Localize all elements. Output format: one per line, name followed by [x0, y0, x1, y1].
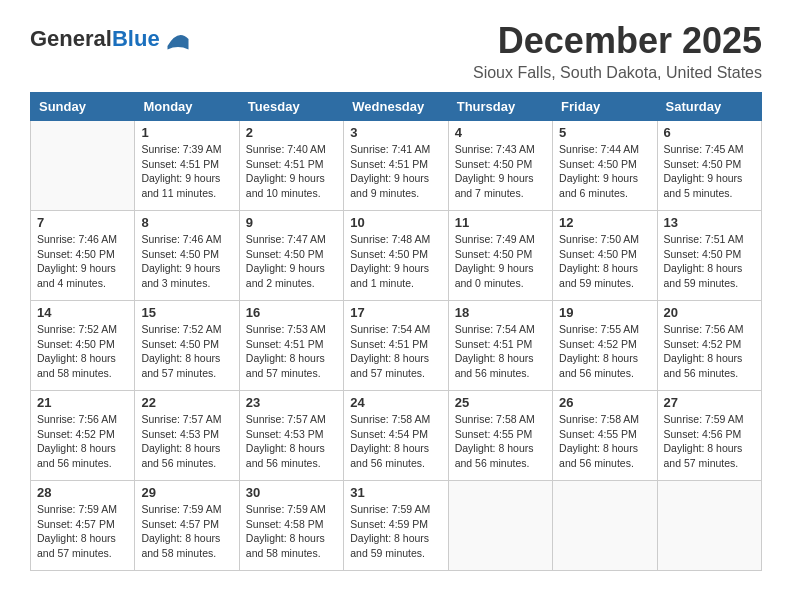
title-section: December 2025 Sioux Falls, South Dakota,… — [473, 20, 762, 82]
day-number: 11 — [455, 215, 546, 230]
day-number: 16 — [246, 305, 337, 320]
calendar-cell: 14Sunrise: 7:52 AM Sunset: 4:50 PM Dayli… — [31, 301, 135, 391]
calendar-cell: 26Sunrise: 7:58 AM Sunset: 4:55 PM Dayli… — [553, 391, 657, 481]
calendar-header-row: SundayMondayTuesdayWednesdayThursdayFrid… — [31, 93, 762, 121]
calendar-cell: 1Sunrise: 7:39 AM Sunset: 4:51 PM Daylig… — [135, 121, 239, 211]
calendar-cell: 3Sunrise: 7:41 AM Sunset: 4:51 PM Daylig… — [344, 121, 448, 211]
calendar-cell: 27Sunrise: 7:59 AM Sunset: 4:56 PM Dayli… — [657, 391, 761, 481]
day-number: 6 — [664, 125, 755, 140]
calendar-cell: 5Sunrise: 7:44 AM Sunset: 4:50 PM Daylig… — [553, 121, 657, 211]
calendar-day-header: Tuesday — [239, 93, 343, 121]
calendar-cell — [553, 481, 657, 571]
calendar-cell: 20Sunrise: 7:56 AM Sunset: 4:52 PM Dayli… — [657, 301, 761, 391]
calendar-cell: 23Sunrise: 7:57 AM Sunset: 4:53 PM Dayli… — [239, 391, 343, 481]
calendar-cell: 31Sunrise: 7:59 AM Sunset: 4:59 PM Dayli… — [344, 481, 448, 571]
day-info: Sunrise: 7:45 AM Sunset: 4:50 PM Dayligh… — [664, 142, 755, 201]
calendar-cell: 4Sunrise: 7:43 AM Sunset: 4:50 PM Daylig… — [448, 121, 552, 211]
calendar-cell: 6Sunrise: 7:45 AM Sunset: 4:50 PM Daylig… — [657, 121, 761, 211]
day-info: Sunrise: 7:40 AM Sunset: 4:51 PM Dayligh… — [246, 142, 337, 201]
day-info: Sunrise: 7:59 AM Sunset: 4:59 PM Dayligh… — [350, 502, 441, 561]
calendar-week-row: 21Sunrise: 7:56 AM Sunset: 4:52 PM Dayli… — [31, 391, 762, 481]
day-number: 31 — [350, 485, 441, 500]
calendar-cell: 19Sunrise: 7:55 AM Sunset: 4:52 PM Dayli… — [553, 301, 657, 391]
day-number: 28 — [37, 485, 128, 500]
calendar-cell: 21Sunrise: 7:56 AM Sunset: 4:52 PM Dayli… — [31, 391, 135, 481]
day-info: Sunrise: 7:39 AM Sunset: 4:51 PM Dayligh… — [141, 142, 232, 201]
day-info: Sunrise: 7:48 AM Sunset: 4:50 PM Dayligh… — [350, 232, 441, 291]
calendar-cell — [31, 121, 135, 211]
day-number: 8 — [141, 215, 232, 230]
day-info: Sunrise: 7:59 AM Sunset: 4:57 PM Dayligh… — [141, 502, 232, 561]
day-number: 26 — [559, 395, 650, 410]
day-number: 17 — [350, 305, 441, 320]
calendar-cell — [657, 481, 761, 571]
day-info: Sunrise: 7:53 AM Sunset: 4:51 PM Dayligh… — [246, 322, 337, 381]
calendar-day-header: Sunday — [31, 93, 135, 121]
calendar-cell: 22Sunrise: 7:57 AM Sunset: 4:53 PM Dayli… — [135, 391, 239, 481]
day-number: 27 — [664, 395, 755, 410]
calendar-cell: 30Sunrise: 7:59 AM Sunset: 4:58 PM Dayli… — [239, 481, 343, 571]
main-title: December 2025 — [473, 20, 762, 62]
day-info: Sunrise: 7:55 AM Sunset: 4:52 PM Dayligh… — [559, 322, 650, 381]
day-info: Sunrise: 7:49 AM Sunset: 4:50 PM Dayligh… — [455, 232, 546, 291]
logo-icon — [164, 25, 192, 53]
calendar-day-header: Thursday — [448, 93, 552, 121]
logo-text: GeneralBlue — [30, 27, 160, 51]
calendar-cell: 17Sunrise: 7:54 AM Sunset: 4:51 PM Dayli… — [344, 301, 448, 391]
day-info: Sunrise: 7:50 AM Sunset: 4:50 PM Dayligh… — [559, 232, 650, 291]
calendar-cell: 8Sunrise: 7:46 AM Sunset: 4:50 PM Daylig… — [135, 211, 239, 301]
day-number: 15 — [141, 305, 232, 320]
calendar-cell: 10Sunrise: 7:48 AM Sunset: 4:50 PM Dayli… — [344, 211, 448, 301]
day-number: 20 — [664, 305, 755, 320]
day-info: Sunrise: 7:59 AM Sunset: 4:58 PM Dayligh… — [246, 502, 337, 561]
day-info: Sunrise: 7:51 AM Sunset: 4:50 PM Dayligh… — [664, 232, 755, 291]
day-info: Sunrise: 7:43 AM Sunset: 4:50 PM Dayligh… — [455, 142, 546, 201]
calendar-cell: 24Sunrise: 7:58 AM Sunset: 4:54 PM Dayli… — [344, 391, 448, 481]
day-number: 23 — [246, 395, 337, 410]
day-info: Sunrise: 7:47 AM Sunset: 4:50 PM Dayligh… — [246, 232, 337, 291]
calendar-cell: 29Sunrise: 7:59 AM Sunset: 4:57 PM Dayli… — [135, 481, 239, 571]
day-number: 13 — [664, 215, 755, 230]
subtitle: Sioux Falls, South Dakota, United States — [473, 64, 762, 82]
calendar-week-row: 1Sunrise: 7:39 AM Sunset: 4:51 PM Daylig… — [31, 121, 762, 211]
calendar-day-header: Friday — [553, 93, 657, 121]
day-number: 22 — [141, 395, 232, 410]
day-number: 19 — [559, 305, 650, 320]
day-number: 3 — [350, 125, 441, 140]
day-number: 5 — [559, 125, 650, 140]
day-info: Sunrise: 7:58 AM Sunset: 4:55 PM Dayligh… — [455, 412, 546, 471]
day-number: 10 — [350, 215, 441, 230]
day-number: 21 — [37, 395, 128, 410]
calendar-day-header: Saturday — [657, 93, 761, 121]
day-number: 1 — [141, 125, 232, 140]
calendar-table: SundayMondayTuesdayWednesdayThursdayFrid… — [30, 92, 762, 571]
day-info: Sunrise: 7:52 AM Sunset: 4:50 PM Dayligh… — [141, 322, 232, 381]
calendar-cell: 2Sunrise: 7:40 AM Sunset: 4:51 PM Daylig… — [239, 121, 343, 211]
day-info: Sunrise: 7:59 AM Sunset: 4:56 PM Dayligh… — [664, 412, 755, 471]
calendar-cell: 13Sunrise: 7:51 AM Sunset: 4:50 PM Dayli… — [657, 211, 761, 301]
calendar-cell: 16Sunrise: 7:53 AM Sunset: 4:51 PM Dayli… — [239, 301, 343, 391]
day-number: 4 — [455, 125, 546, 140]
day-info: Sunrise: 7:46 AM Sunset: 4:50 PM Dayligh… — [37, 232, 128, 291]
calendar-week-row: 14Sunrise: 7:52 AM Sunset: 4:50 PM Dayli… — [31, 301, 762, 391]
calendar-week-row: 28Sunrise: 7:59 AM Sunset: 4:57 PM Dayli… — [31, 481, 762, 571]
day-info: Sunrise: 7:58 AM Sunset: 4:55 PM Dayligh… — [559, 412, 650, 471]
day-info: Sunrise: 7:54 AM Sunset: 4:51 PM Dayligh… — [350, 322, 441, 381]
day-info: Sunrise: 7:56 AM Sunset: 4:52 PM Dayligh… — [664, 322, 755, 381]
day-number: 7 — [37, 215, 128, 230]
calendar-cell: 15Sunrise: 7:52 AM Sunset: 4:50 PM Dayli… — [135, 301, 239, 391]
calendar-cell: 7Sunrise: 7:46 AM Sunset: 4:50 PM Daylig… — [31, 211, 135, 301]
day-number: 9 — [246, 215, 337, 230]
calendar-cell: 18Sunrise: 7:54 AM Sunset: 4:51 PM Dayli… — [448, 301, 552, 391]
day-number: 24 — [350, 395, 441, 410]
logo: GeneralBlue — [30, 25, 192, 53]
day-info: Sunrise: 7:52 AM Sunset: 4:50 PM Dayligh… — [37, 322, 128, 381]
calendar-cell: 28Sunrise: 7:59 AM Sunset: 4:57 PM Dayli… — [31, 481, 135, 571]
calendar-day-header: Monday — [135, 93, 239, 121]
day-info: Sunrise: 7:41 AM Sunset: 4:51 PM Dayligh… — [350, 142, 441, 201]
calendar-cell: 9Sunrise: 7:47 AM Sunset: 4:50 PM Daylig… — [239, 211, 343, 301]
header: GeneralBlue December 2025 Sioux Falls, S… — [30, 20, 762, 82]
calendar-cell: 25Sunrise: 7:58 AM Sunset: 4:55 PM Dayli… — [448, 391, 552, 481]
calendar-cell — [448, 481, 552, 571]
day-info: Sunrise: 7:58 AM Sunset: 4:54 PM Dayligh… — [350, 412, 441, 471]
